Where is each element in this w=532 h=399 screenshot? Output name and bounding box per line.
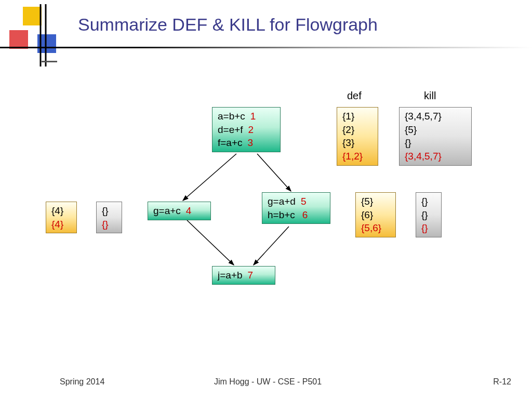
b1-expr1: a=b+c [218, 111, 245, 122]
kill-b1-l2: {5} [405, 123, 466, 137]
b2-expr1: g=a+c [153, 205, 181, 216]
kill-b2-l1: {} [102, 204, 116, 218]
header-kill: kill [424, 90, 436, 102]
kill-b3-sum: {} [421, 221, 436, 235]
b1-num1: 1 [250, 111, 256, 122]
footer-left: Spring 2014 [60, 377, 104, 387]
kill-box-b2: {} {} [96, 202, 122, 233]
kill-b1-l1: {3,4,5,7} [405, 110, 466, 123]
svg-line-8 [187, 220, 234, 265]
kill-box-b3: {} {} {} [416, 192, 442, 237]
slide-logo [8, 4, 60, 69]
b3-expr1: g=a+d [268, 196, 296, 207]
b2-num1: 4 [186, 205, 192, 216]
flow-node-b3: g=a+d5 h=b+c6 [262, 192, 330, 224]
slide-title: Summarize DEF & KILL for Flowgraph [78, 15, 378, 35]
b4-num1: 7 [248, 270, 254, 281]
footer-right: R-12 [493, 377, 511, 387]
kill-b1-sum: {3,4,5,7} [405, 150, 466, 163]
b3-num2: 6 [302, 209, 308, 220]
header-def: def [347, 90, 362, 102]
def-b1-sum: {1,2} [342, 150, 373, 163]
title-underline-short [42, 61, 57, 62]
b1-num3: 3 [248, 137, 254, 148]
kill-b3-l1: {} [421, 195, 436, 208]
kill-b3-l2: {} [421, 208, 436, 222]
def-b1-l2: {2} [342, 123, 373, 137]
def-b3-l1: {5} [361, 195, 390, 208]
b4-expr1: j=a+b [218, 270, 243, 281]
def-b1-l1: {1} [342, 110, 373, 123]
kill-b2-sum: {} [102, 218, 116, 231]
b3-expr2: h=b+c [268, 209, 295, 220]
def-b2-sum: {4} [51, 218, 71, 231]
svg-line-9 [254, 227, 289, 265]
def-b3-l2: {6} [361, 208, 390, 222]
flow-node-b1: a=b+c1 d=e+f2 f=a+c3 [212, 107, 281, 152]
b1-expr2: d=e+f [218, 124, 243, 135]
footer-center: Jim Hogg - UW - CSE - P501 [214, 377, 322, 387]
def-box-b1: {1} {2} {3} {1,2} [337, 107, 378, 166]
def-box-b2: {4} {4} [46, 202, 77, 233]
kill-b1-l3: {} [405, 136, 466, 150]
title-underline [0, 47, 532, 48]
flow-node-b4: j=a+b7 [212, 266, 275, 285]
svg-line-6 [183, 154, 236, 201]
b3-num1: 5 [301, 196, 307, 207]
kill-box-b1: {3,4,5,7} {5} {} {3,4,5,7} [399, 107, 472, 166]
def-b3-sum: {5,6} [361, 221, 390, 235]
svg-line-7 [257, 154, 291, 191]
def-box-b3: {5} {6} {5,6} [355, 192, 396, 237]
svg-rect-1 [9, 30, 28, 49]
flow-node-b2: g=a+c4 [148, 202, 211, 220]
def-b2-l1: {4} [51, 204, 71, 218]
b1-expr3: f=a+c [218, 137, 243, 148]
b1-num2: 2 [248, 124, 254, 135]
def-b1-l3: {3} [342, 136, 373, 150]
svg-rect-0 [23, 7, 42, 25]
